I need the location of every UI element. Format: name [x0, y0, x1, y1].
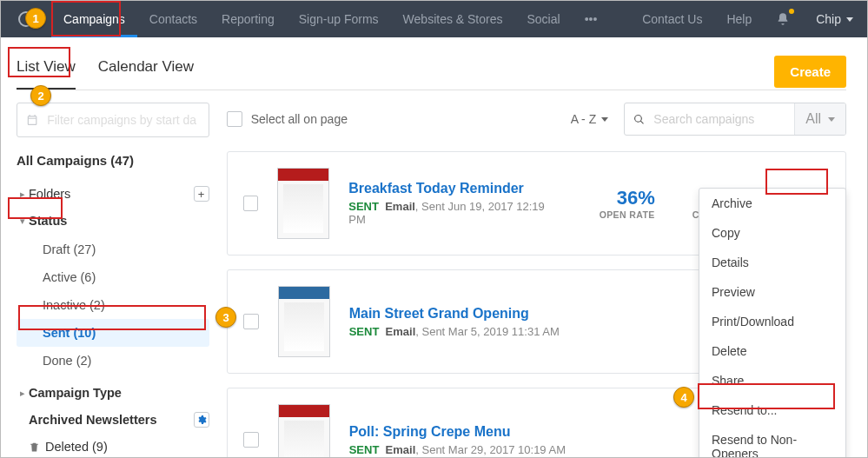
sidebar-deleted[interactable]: Deleted (9) — [17, 434, 209, 458]
status-draft[interactable]: Draft (27) — [17, 236, 209, 263]
dropdown-details[interactable]: Details — [699, 248, 845, 277]
campaign-title[interactable]: Main Street Grand Opening — [349, 306, 732, 322]
more-dropdown: Archive Copy Details Preview Print/Downl… — [699, 188, 846, 458]
sidebar-deleted-label: Deleted (9) — [45, 440, 209, 454]
campaign-meta: SENT Email, Sent Jun 19, 2017 12:19 PM — [348, 200, 560, 226]
notification-dot — [789, 9, 794, 14]
nav-campaigns[interactable]: Campaigns — [51, 1, 137, 37]
user-name: Chip — [816, 12, 841, 26]
campaign-list: Select all on page A - Z All — [227, 103, 846, 458]
chevron-down-icon — [846, 17, 853, 22]
create-button[interactable]: Create — [774, 56, 846, 88]
dropdown-delete[interactable]: Delete — [699, 336, 845, 366]
status-inactive[interactable]: Inactive (2) — [17, 291, 209, 319]
search-box: All — [624, 103, 846, 136]
nav-websites-stores[interactable]: Websites & Stores — [391, 1, 515, 37]
sidebar-archived-label: Archived Newsletters — [29, 413, 194, 427]
nav-contacts[interactable]: Contacts — [137, 1, 209, 37]
tab-calendar-view[interactable]: Calendar View — [98, 53, 194, 90]
nav-social[interactable]: Social — [515, 1, 573, 37]
sidebar-status[interactable]: Status — [17, 208, 209, 234]
sidebar-folders[interactable]: Folders + — [17, 180, 209, 208]
sort-label: A - Z — [571, 112, 597, 126]
campaign-meta: SENT Email, Sent Mar 5, 2019 11:31 AM — [349, 325, 732, 338]
chevron-down-icon — [828, 117, 835, 122]
nav-contact-us[interactable]: Contact Us — [630, 1, 714, 37]
campaign-thumbnail[interactable] — [278, 404, 330, 458]
campaign-thumbnail[interactable] — [278, 286, 330, 357]
search-input[interactable] — [652, 111, 785, 127]
nav-reporting[interactable]: Reporting — [209, 1, 287, 37]
sidebar-folders-label: Folders — [29, 187, 194, 201]
add-folder-button[interactable]: + — [194, 186, 209, 202]
date-filter-input[interactable] — [17, 103, 209, 137]
sort-dropdown[interactable]: A - Z — [571, 112, 609, 126]
nav-help[interactable]: Help — [714, 1, 764, 37]
caret-right-icon — [17, 189, 29, 200]
status-done[interactable]: Done (2) — [17, 347, 209, 375]
row-checkbox[interactable] — [243, 314, 259, 329]
calendar-icon — [26, 113, 38, 127]
trash-icon — [29, 441, 40, 453]
top-nav: Campaigns Contacts Reporting Sign-up For… — [1, 1, 867, 37]
campaign-title[interactable]: Poll: Spring Crepe Menu — [349, 424, 732, 440]
notification-bell-icon[interactable] — [764, 1, 802, 37]
sidebar-archived[interactable]: Archived Newsletters — [17, 406, 209, 434]
campaign-meta: SENT Email, Sent Mar 29, 2017 10:19 AM — [349, 443, 732, 456]
sidebar: All Campaigns (47) Folders + Status Draf… — [17, 103, 209, 458]
dropdown-copy[interactable]: Copy — [699, 218, 845, 248]
search-icon — [633, 113, 645, 126]
sidebar-campaign-type[interactable]: Campaign Type — [17, 380, 209, 406]
row-checkbox[interactable] — [243, 196, 259, 211]
checkbox[interactable] — [227, 111, 242, 127]
row-checkbox[interactable] — [243, 432, 259, 448]
chevron-down-icon — [601, 117, 608, 122]
step-badge-3: 3 — [215, 307, 236, 328]
archived-settings-button[interactable] — [194, 412, 209, 428]
step-badge-2: 2 — [30, 85, 51, 106]
sidebar-status-label: Status — [29, 214, 209, 228]
dropdown-resend-non-openers[interactable]: Resend to Non-Openers — [699, 425, 845, 458]
caret-down-icon — [17, 216, 29, 227]
step-badge-4: 4 — [673, 387, 694, 408]
sidebar-all-campaigns[interactable]: All Campaigns (47) — [17, 153, 209, 168]
open-rate-metric: 36% OPEN RATE — [579, 187, 655, 220]
dropdown-resend-to[interactable]: Resend to... — [699, 395, 845, 425]
tab-list-view[interactable]: List View — [17, 53, 76, 90]
campaign-title[interactable]: Breakfast Today Reminder — [348, 181, 560, 196]
status-sent[interactable]: Sent (10) — [17, 319, 209, 347]
dropdown-print-download[interactable]: Print/Download — [699, 307, 845, 336]
dropdown-preview[interactable]: Preview — [699, 277, 845, 307]
dropdown-share[interactable]: Share — [699, 366, 845, 395]
user-menu[interactable]: Chip — [802, 1, 867, 37]
step-badge-1: 1 — [25, 8, 46, 29]
sidebar-campaign-type-label: Campaign Type — [29, 386, 209, 400]
select-all-label: Select all on page — [251, 112, 348, 126]
search-filter-dropdown[interactable]: All — [794, 103, 845, 135]
nav-signup-forms[interactable]: Sign-up Forms — [287, 1, 391, 37]
nav-more-icon[interactable]: ••• — [573, 1, 610, 37]
search-filter-label: All — [805, 111, 821, 127]
dropdown-archive[interactable]: Archive — [699, 189, 845, 218]
list-controls: Select all on page A - Z All — [227, 103, 846, 136]
date-filter-field[interactable] — [45, 112, 199, 128]
sub-nav: List View Calendar View Create — [1, 37, 867, 90]
select-all-on-page[interactable]: Select all on page — [227, 111, 348, 127]
caret-right-icon — [17, 388, 29, 399]
campaign-thumbnail[interactable] — [277, 168, 329, 239]
gear-icon — [196, 415, 207, 425]
status-active[interactable]: Active (6) — [17, 263, 209, 291]
